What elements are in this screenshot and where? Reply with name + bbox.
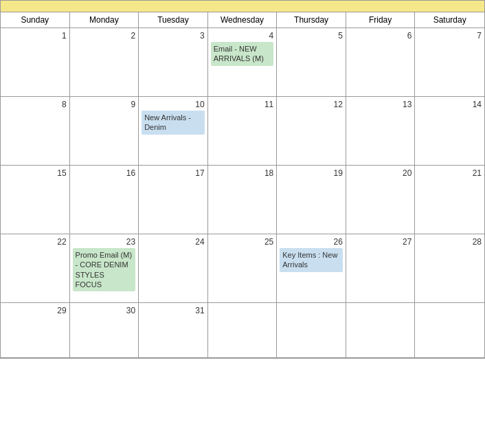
cell-number: 1: [3, 31, 67, 41]
calendar-event[interactable]: Key Items : New Arrivals: [280, 248, 343, 272]
calendar-cell: 6: [346, 28, 416, 97]
calendar-cell: 7: [415, 28, 484, 97]
calendar-cell: 20: [346, 166, 416, 234]
calendar-cell: 28: [415, 234, 484, 303]
calendar-cell: 24: [139, 234, 208, 303]
cell-number: 16: [73, 168, 136, 178]
cell-number: 10: [142, 100, 205, 109]
calendar-cell: 4Email - NEW ARRIVALS (M): [208, 28, 278, 97]
calendar-cell: 31: [139, 303, 208, 358]
calendar-cell: 10New Arrivals - Denim: [139, 97, 208, 166]
calendar-cell: 13: [346, 97, 416, 166]
day-header: Thursday: [277, 12, 346, 27]
calendar-cell: 11: [208, 97, 278, 166]
calendar-cell: 22: [1, 234, 70, 303]
cell-number: 7: [418, 31, 482, 41]
calendar-cell: 8: [1, 97, 70, 166]
cell-number: 23: [73, 237, 136, 247]
calendar-cell: 25: [208, 234, 278, 303]
calendar-cell: 27: [346, 234, 416, 303]
calendar-cell: [415, 303, 484, 358]
calendar-header: [1, 1, 484, 12]
cell-number: 26: [280, 237, 343, 247]
calendar-cell: 9: [70, 97, 139, 166]
calendar-cell: 30: [70, 303, 139, 358]
calendar-cell: 5: [277, 28, 346, 97]
calendar-cell: 14: [415, 97, 484, 166]
cell-number: 4: [211, 31, 274, 41]
cell-number: 22: [3, 237, 67, 247]
cell-number: 20: [349, 168, 412, 178]
cell-number: 17: [142, 168, 205, 178]
day-header: Wednesday: [208, 12, 278, 27]
calendar-cell: 15: [1, 166, 70, 234]
calendar-cell: 21: [415, 166, 484, 234]
cell-number: 25: [211, 237, 274, 247]
cell-number: 30: [73, 306, 136, 315]
cell-number: 14: [418, 100, 482, 109]
calendar-cell: 2: [70, 28, 139, 97]
calendar-cell: 29: [1, 303, 70, 358]
cell-number: 27: [349, 237, 412, 247]
day-header: Tuesday: [139, 12, 208, 27]
cell-number: 5: [280, 31, 343, 41]
calendar-cell: 23Promo Email (M) - CORE DENIM STYLES FO…: [70, 234, 139, 303]
calendar-cell: [346, 303, 416, 358]
calendar-cell: 26Key Items : New Arrivals: [277, 234, 346, 303]
calendar-cell: 16: [70, 166, 139, 234]
calendar-grid: 1234Email - NEW ARRIVALS (M)5678910New A…: [1, 28, 484, 358]
calendar-cell: 18: [208, 166, 278, 234]
calendar-event[interactable]: Promo Email (M) - CORE DENIM STYLES FOCU…: [73, 248, 136, 291]
calendar-cell: 12: [277, 97, 346, 166]
calendar-cell: 1: [1, 28, 70, 97]
cell-number: 18: [211, 168, 274, 178]
cell-number: 31: [142, 306, 205, 315]
day-header: Friday: [346, 12, 416, 27]
calendar-event[interactable]: New Arrivals - Denim: [142, 111, 205, 135]
calendar-cell: 19: [277, 166, 346, 234]
calendar-cell: 3: [139, 28, 208, 97]
cell-number: 9: [73, 100, 136, 109]
cell-number: 28: [418, 237, 482, 247]
calendar-cell: [277, 303, 346, 358]
calendar: SundayMondayTuesdayWednesdayThursdayFrid…: [0, 0, 485, 359]
cell-number: 19: [280, 168, 343, 178]
day-header: Saturday: [415, 12, 484, 27]
calendar-event[interactable]: Email - NEW ARRIVALS (M): [211, 42, 274, 66]
cell-number: 24: [142, 237, 205, 247]
cell-number: 15: [3, 168, 67, 178]
day-header: Monday: [70, 12, 139, 27]
calendar-cell: 17: [139, 166, 208, 234]
cell-number: 8: [3, 100, 67, 109]
day-header: Sunday: [1, 12, 70, 27]
cell-number: 6: [349, 31, 412, 41]
cell-number: 21: [418, 168, 482, 178]
cell-number: 2: [73, 31, 136, 41]
cell-number: 11: [211, 100, 274, 109]
calendar-cell: [208, 303, 278, 358]
cell-number: 13: [349, 100, 412, 109]
day-headers-row: SundayMondayTuesdayWednesdayThursdayFrid…: [1, 12, 484, 28]
cell-number: 29: [3, 306, 67, 315]
cell-number: 3: [142, 31, 205, 41]
cell-number: 12: [280, 100, 343, 109]
